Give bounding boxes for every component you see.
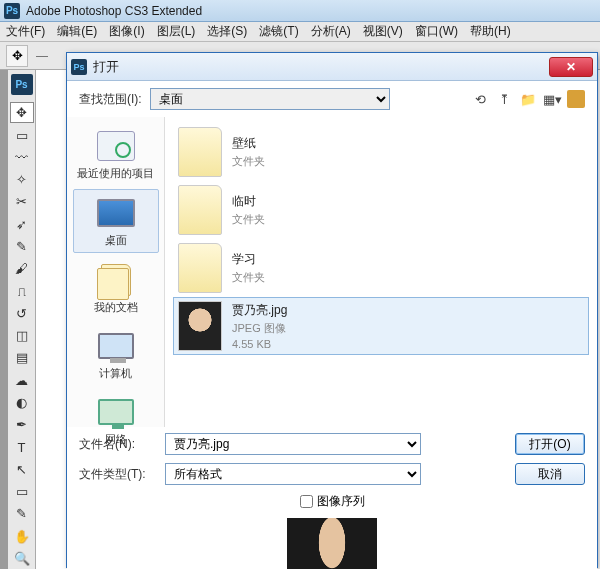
- ps-logo-icon: Ps: [4, 3, 20, 19]
- hand-tool[interactable]: ✋: [10, 526, 34, 547]
- file-type: 文件夹: [232, 212, 265, 227]
- file-type: 文件夹: [232, 270, 265, 285]
- documents-icon: [101, 264, 131, 296]
- list-item[interactable]: 临时 文件夹: [173, 181, 589, 239]
- dialog-titlebar[interactable]: Ps 打开 ✕: [67, 53, 597, 81]
- file-size: 4.55 KB: [232, 338, 287, 350]
- dialog-title: 打开: [93, 58, 549, 76]
- pen-tool[interactable]: ✒: [10, 414, 34, 435]
- notes-tool[interactable]: ✎: [10, 503, 34, 524]
- ps-square-icon: Ps: [11, 74, 33, 95]
- network-icon: [98, 399, 134, 425]
- menu-help[interactable]: 帮助(H): [470, 23, 511, 40]
- menu-file[interactable]: 文件(F): [6, 23, 45, 40]
- dialog-ps-icon: Ps: [71, 59, 87, 75]
- places-bar: 最近使用的项目 桌面 我的文档 计算机 网络: [67, 117, 165, 427]
- place-documents-label: 我的文档: [94, 300, 138, 315]
- menu-image[interactable]: 图像(I): [109, 23, 144, 40]
- place-computer[interactable]: 计算机: [73, 323, 159, 385]
- brush-tool[interactable]: 🖌: [10, 258, 34, 279]
- computer-icon: [98, 333, 134, 359]
- gradient-tool[interactable]: ▤: [10, 347, 34, 368]
- place-documents[interactable]: 我的文档: [73, 257, 159, 319]
- open-button[interactable]: 打开(O): [515, 433, 585, 455]
- cancel-button[interactable]: 取消: [515, 463, 585, 485]
- back-icon[interactable]: ⟲: [471, 90, 489, 108]
- history-brush-tool[interactable]: ↺: [10, 303, 34, 324]
- place-desktop-label: 桌面: [105, 233, 127, 248]
- dialog-bottom: 文件名(N): 贾乃亮.jpg 打开(O) 文件类型(T): 所有格式 取消 图…: [67, 427, 597, 569]
- recent-icon: [97, 131, 135, 161]
- place-recent[interactable]: 最近使用的项目: [73, 123, 159, 185]
- menubar: 文件(F) 编辑(E) 图像(I) 图层(L) 选择(S) 滤镜(T) 分析(A…: [0, 22, 600, 42]
- menu-window[interactable]: 窗口(W): [415, 23, 458, 40]
- filetype-label: 文件类型(T):: [79, 466, 155, 483]
- file-type: 文件夹: [232, 154, 265, 169]
- filename-input[interactable]: 贾乃亮.jpg: [165, 433, 421, 455]
- list-item[interactable]: 壁纸 文件夹: [173, 123, 589, 181]
- app-titlebar: Ps Adobe Photoshop CS3 Extended: [0, 0, 600, 22]
- file-list[interactable]: 壁纸 文件夹 临时 文件夹 学习 文件夹: [165, 117, 597, 427]
- folder-icon: [178, 127, 222, 177]
- desktop-icon: [97, 199, 135, 227]
- path-tool[interactable]: ↖: [10, 459, 34, 480]
- options-separator: —: [36, 49, 48, 63]
- app-title: Adobe Photoshop CS3 Extended: [26, 4, 202, 18]
- move-tool[interactable]: ✥: [10, 102, 34, 123]
- place-desktop[interactable]: 桌面: [73, 189, 159, 253]
- menu-select[interactable]: 选择(S): [207, 23, 247, 40]
- menu-view[interactable]: 视图(V): [363, 23, 403, 40]
- list-item[interactable]: 贾乃亮.jpg JPEG 图像 4.55 KB: [173, 297, 589, 355]
- file-name: 壁纸: [232, 135, 265, 152]
- place-recent-label: 最近使用的项目: [77, 166, 154, 181]
- bridge-icon[interactable]: [567, 90, 585, 108]
- file-type: JPEG 图像: [232, 321, 287, 336]
- close-icon[interactable]: ✕: [549, 57, 593, 77]
- file-name: 临时: [232, 193, 265, 210]
- marquee-tool[interactable]: ▭: [10, 124, 34, 145]
- menu-layer[interactable]: 图层(L): [157, 23, 196, 40]
- menu-edit[interactable]: 编辑(E): [57, 23, 97, 40]
- menu-analysis[interactable]: 分析(A): [311, 23, 351, 40]
- dock-strip: [0, 70, 8, 569]
- crop-tool[interactable]: ✂: [10, 191, 34, 212]
- filetype-select[interactable]: 所有格式: [165, 463, 421, 485]
- lookin-label: 查找范围(I):: [79, 91, 142, 108]
- stamp-tool[interactable]: ⎍: [10, 280, 34, 301]
- type-tool[interactable]: T: [10, 436, 34, 457]
- menu-filter[interactable]: 滤镜(T): [259, 23, 298, 40]
- folder-icon: [178, 243, 222, 293]
- list-item[interactable]: 学习 文件夹: [173, 239, 589, 297]
- zoom-tool[interactable]: 🔍: [10, 548, 34, 569]
- healing-tool[interactable]: ✎: [10, 236, 34, 257]
- viewmenu-icon[interactable]: ▦▾: [543, 90, 561, 108]
- wand-tool[interactable]: ✧: [10, 169, 34, 190]
- file-name: 学习: [232, 251, 265, 268]
- blur-tool[interactable]: ☁: [10, 370, 34, 391]
- move-tool-icon[interactable]: ✥: [6, 45, 28, 67]
- image-sequence-checkbox[interactable]: [300, 495, 313, 508]
- folder-icon: [178, 185, 222, 235]
- up-icon[interactable]: ⤒: [495, 90, 513, 108]
- canvas-area: [36, 70, 66, 569]
- lasso-tool[interactable]: 〰: [10, 147, 34, 168]
- file-name: 贾乃亮.jpg: [232, 302, 287, 319]
- open-dialog: Ps 打开 ✕ 查找范围(I): 桌面 ⟲ ⤒ 📁 ▦▾ 最近使用的项目 桌面: [66, 52, 598, 568]
- lookin-select[interactable]: 桌面: [150, 88, 390, 110]
- toolbox: Ps ✥ ▭ 〰 ✧ ✂ ➶ ✎ 🖌 ⎍ ↺ ◫ ▤ ☁ ◐ ✒ T ↖ ▭ ✎…: [8, 70, 36, 569]
- eraser-tool[interactable]: ◫: [10, 325, 34, 346]
- lookin-row: 查找范围(I): 桌面 ⟲ ⤒ 📁 ▦▾: [67, 81, 597, 117]
- eyedropper-tool[interactable]: ➶: [10, 214, 34, 235]
- newfolder-icon[interactable]: 📁: [519, 90, 537, 108]
- preview-thumbnail: [287, 518, 377, 569]
- jpeg-thumb-icon: [178, 301, 222, 351]
- shape-tool[interactable]: ▭: [10, 481, 34, 502]
- image-sequence-label: 图像序列: [317, 493, 365, 510]
- filename-label: 文件名(N):: [79, 436, 155, 453]
- dodge-tool[interactable]: ◐: [10, 392, 34, 413]
- place-computer-label: 计算机: [99, 366, 132, 381]
